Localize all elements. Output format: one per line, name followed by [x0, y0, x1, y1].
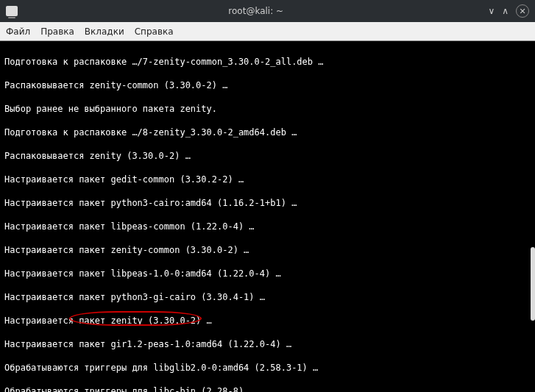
- output-line: Настраивается пакет gir1.2-peas-1.0:amd6…: [4, 338, 531, 350]
- output-line: Настраивается пакет libpeas-1.0-0:amd64 …: [4, 268, 531, 279]
- output-line: Обрабатываются триггеры для libglib2.0-0…: [4, 362, 531, 374]
- terminal-output[interactable]: Подготовка к распаковке …/7-zenity-commo…: [0, 41, 535, 392]
- output-line: Обрабатываются триггеры для libc-bin (2.…: [4, 385, 531, 392]
- output-line: Выбор ранее не выбранного пакета zenity.: [4, 103, 531, 115]
- menu-edit[interactable]: Правка: [40, 26, 74, 37]
- terminal-icon: [6, 6, 18, 16]
- window-title: root@kali: ~: [24, 6, 488, 16]
- scroll-thumb[interactable]: [531, 247, 535, 321]
- output-line: Настраивается пакет zenity (3.30.0-2) …: [4, 315, 531, 327]
- menu-help[interactable]: Справка: [135, 26, 174, 37]
- close-icon[interactable]: ✕: [516, 4, 529, 18]
- output-line: Настраивается пакет zenity-common (3.30.…: [4, 244, 531, 256]
- maximize-icon[interactable]: ∧: [502, 6, 509, 16]
- output-line: Настраивается пакет python3-gi-cairo (3.…: [4, 291, 531, 303]
- scrollbar[interactable]: [531, 41, 535, 392]
- output-line: Настраивается пакет libpeas-common (1.22…: [4, 221, 531, 232]
- output-line: Настраивается пакет gedit-common (3.30.2…: [4, 174, 531, 185]
- menu-bar: Файл Правка Вкладки Справка: [0, 22, 535, 41]
- output-line: Распаковывается zenity-common (3.30.0-2)…: [4, 79, 531, 91]
- title-bar: root@kali: ~ ∨ ∧ ✕: [0, 0, 535, 22]
- terminal-window: root@kali: ~ ∨ ∧ ✕ Файл Правка Вкладки С…: [0, 0, 535, 392]
- output-line: Подготовка к распаковке …/7-zenity-commo…: [4, 56, 531, 68]
- output-line: Распаковывается zenity (3.30.0-2) …: [4, 150, 531, 162]
- menu-file[interactable]: Файл: [6, 26, 30, 37]
- output-line: Подготовка к распаковке …/8-zenity_3.30.…: [4, 126, 531, 138]
- output-line: Настраивается пакет python3-cairo:amd64 …: [4, 197, 531, 209]
- minimize-icon[interactable]: ∨: [488, 6, 495, 16]
- menu-tabs[interactable]: Вкладки: [85, 26, 124, 37]
- window-controls: ∨ ∧ ✕: [488, 4, 529, 18]
